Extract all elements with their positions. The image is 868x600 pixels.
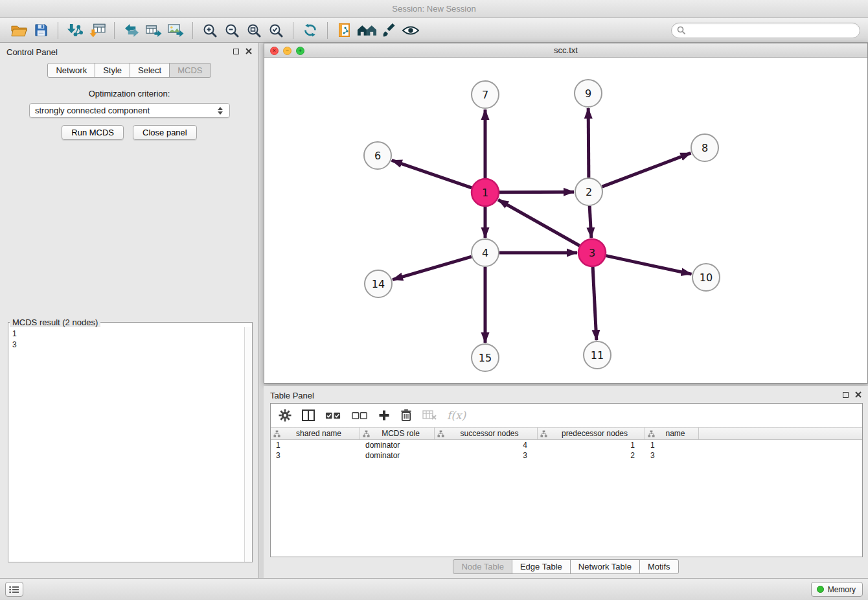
- graph-node-9[interactable]: 9: [575, 80, 602, 107]
- graph-edge-2-8[interactable]: [602, 153, 691, 187]
- tab-edge-table[interactable]: Edge Table: [512, 559, 571, 574]
- import-network-button[interactable]: [64, 20, 86, 41]
- open-session-button[interactable]: [8, 20, 30, 41]
- tab-style[interactable]: Style: [95, 63, 130, 78]
- zoom-window-icon[interactable]: +: [296, 47, 304, 55]
- graph-edge-1-2[interactable]: [499, 192, 574, 192]
- import-table-button[interactable]: [86, 20, 108, 41]
- graph-edge-3-10[interactable]: [606, 256, 692, 275]
- zoom-selected-button[interactable]: [265, 20, 287, 41]
- graph-edge-1-6[interactable]: [392, 160, 472, 187]
- tab-node-table[interactable]: Node Table: [453, 559, 512, 574]
- zoom-in-button[interactable]: [199, 20, 221, 41]
- table-row[interactable]: 1dominator411: [271, 440, 862, 450]
- style-button[interactable]: [378, 20, 400, 41]
- graph-node-6[interactable]: 6: [364, 142, 391, 169]
- graph-node-2[interactable]: 2: [575, 178, 602, 205]
- delete-table-button[interactable]: [422, 406, 437, 424]
- tab-motifs[interactable]: Motifs: [639, 559, 679, 574]
- search-box[interactable]: [671, 23, 860, 38]
- criterion-dropdown[interactable]: strongly connected component: [29, 103, 230, 118]
- column-sort-icon: [437, 430, 444, 437]
- plus-icon: [378, 410, 390, 421]
- table-settings-button[interactable]: [279, 406, 291, 424]
- column-header-mcds-role[interactable]: MCDS role: [360, 428, 435, 439]
- table-panel: Table Panel: [264, 386, 868, 578]
- mcds-action-buttons: Run MCDS Close panel: [0, 125, 258, 140]
- column-header-shared-name[interactable]: shared name: [271, 428, 360, 439]
- show-columns-button[interactable]: [302, 406, 315, 424]
- graph-node-10[interactable]: 10: [692, 264, 720, 291]
- graph-node-1[interactable]: 1: [472, 179, 499, 206]
- overview-button[interactable]: [356, 20, 378, 41]
- first-neighbors-button[interactable]: [334, 20, 356, 41]
- zoom-out-button[interactable]: [221, 20, 243, 41]
- window-titlebar[interactable]: Session: New Session: [0, 0, 868, 18]
- graph-edge-2-9[interactable]: [588, 108, 589, 178]
- result-scrollbar[interactable]: [244, 327, 252, 562]
- graph-edge-3-1[interactable]: [498, 200, 580, 246]
- function-builder-button[interactable]: f(x): [447, 406, 466, 424]
- network-window-titlebar[interactable]: × − + scc.txt: [264, 43, 867, 58]
- graph-edge-2-3[interactable]: [589, 206, 591, 238]
- float-panel-icon[interactable]: [843, 392, 849, 398]
- home-homes-icon: [357, 24, 377, 37]
- table-cell: dominator: [360, 450, 435, 461]
- network-graph[interactable]: 7968124314101511: [264, 58, 867, 383]
- show-hide-button[interactable]: [400, 20, 422, 41]
- tab-mcds[interactable]: MCDS: [169, 63, 211, 78]
- graph-node-11[interactable]: 11: [584, 341, 611, 369]
- minimize-window-icon[interactable]: −: [283, 47, 291, 55]
- tab-network-table[interactable]: Network Table: [570, 559, 640, 574]
- deselect-all-rows-button[interactable]: [352, 406, 368, 424]
- graph-node-7[interactable]: 7: [472, 81, 499, 108]
- window-title: Session: New Session: [392, 4, 475, 14]
- control-panel-tabs: NetworkStyleSelectMCDS: [0, 63, 258, 78]
- zoom-in-icon: [203, 23, 217, 38]
- memory-label: Memory: [828, 585, 856, 594]
- tab-network[interactable]: Network: [47, 63, 95, 78]
- toolbar-separator: [58, 22, 58, 39]
- column-header-name[interactable]: name: [645, 428, 699, 439]
- select-all-rows-button[interactable]: [325, 406, 341, 424]
- column-header-predecessor-nodes[interactable]: predecessor nodes: [538, 428, 645, 439]
- svg-text:8: 8: [702, 142, 708, 154]
- graph-node-8[interactable]: 8: [691, 134, 718, 161]
- close-panel-button[interactable]: Close panel: [133, 125, 197, 140]
- network-arrows-icon: [124, 23, 140, 38]
- graph-edge-3-11[interactable]: [593, 267, 597, 340]
- memory-button[interactable]: Memory: [811, 582, 863, 597]
- delete-column-button[interactable]: [400, 406, 412, 424]
- mcds-result-item: 3: [12, 340, 252, 351]
- column-sort-icon: [540, 430, 547, 437]
- close-window-icon[interactable]: ×: [270, 47, 279, 55]
- table-panel-title: Table Panel: [270, 391, 314, 400]
- close-panel-icon[interactable]: [246, 48, 252, 54]
- graph-node-15[interactable]: 15: [472, 344, 499, 371]
- tab-select[interactable]: Select: [130, 63, 170, 78]
- column-header-successor-nodes[interactable]: successor nodes: [435, 428, 538, 439]
- float-panel-icon[interactable]: [233, 49, 239, 54]
- graph-edge-4-14[interactable]: [393, 257, 472, 279]
- table-row[interactable]: 3dominator323: [271, 450, 862, 461]
- task-history-button[interactable]: [5, 582, 23, 597]
- add-column-button[interactable]: [378, 406, 390, 424]
- run-mcds-button[interactable]: Run MCDS: [62, 125, 124, 140]
- graph-node-4[interactable]: 4: [472, 239, 499, 266]
- close-panel-icon[interactable]: [855, 391, 862, 398]
- search-input[interactable]: [690, 25, 854, 35]
- apply-layout-button[interactable]: [299, 20, 321, 41]
- export-table-button[interactable]: [143, 20, 165, 41]
- zoom-fit-button[interactable]: [243, 20, 265, 41]
- network-canvas[interactable]: 7968124314101511: [264, 58, 867, 383]
- export-image-button[interactable]: [165, 20, 187, 41]
- control-panel-title: Control Panel: [6, 47, 58, 57]
- table-cell: 2: [538, 450, 645, 461]
- network-view-window: × − + scc.txt 7968124314101511: [264, 43, 868, 384]
- graph-node-14[interactable]: 14: [365, 270, 392, 297]
- network-from-selection-button[interactable]: [120, 20, 143, 41]
- graph-node-3[interactable]: 3: [578, 239, 606, 266]
- control-panel-window-buttons: [233, 48, 252, 54]
- save-session-button[interactable]: [30, 20, 52, 41]
- table-cell: 1: [645, 440, 699, 450]
